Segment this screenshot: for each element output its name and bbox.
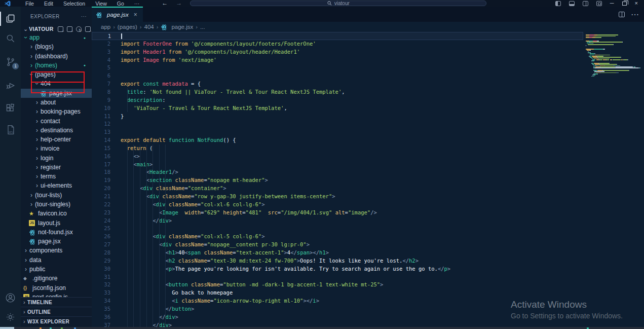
history-forward-icon[interactable]: → <box>172 0 186 7</box>
tree-item--blogs-[interactable]: ›(blogs) <box>21 42 92 51</box>
breadcrumb-item[interactable]: 404 <box>144 24 154 30</box>
menu-item-[interactable]: ··· <box>129 0 145 7</box>
split-editor-icon[interactable] <box>619 12 625 17</box>
explorer-icon[interactable] <box>0 10 21 27</box>
sidebar-sections: ›TIMELINE›OUTLINE›W3X EXPLORER <box>21 297 92 326</box>
tree-item-ui-elements[interactable]: ›ui-elements <box>21 181 92 190</box>
tree-item-jsconfig-json[interactable]: {}jsconfig.json <box>21 283 92 293</box>
tree-item-label: invoice <box>41 145 59 152</box>
tree-item--dashboard-[interactable]: ›(dashboard) <box>21 52 92 61</box>
breadcrumb-item[interactable]: app <box>101 24 110 30</box>
editor-more-actions-icon[interactable]: ⋯ <box>631 10 639 19</box>
diamond-file-icon: ◆ <box>23 275 29 281</box>
breadcrumb-separator: › <box>113 24 115 30</box>
search-view-icon[interactable] <box>0 30 21 47</box>
editor-area: page.jsx × ⋯ app›(pages)›404›page.jsx›..… <box>92 7 644 327</box>
tab-bar: page.jsx × ⋯ <box>92 7 644 22</box>
menu-item-edit[interactable]: Edit <box>39 0 58 7</box>
toggle-panel-icon[interactable] <box>569 1 575 6</box>
tree-item-help-center[interactable]: ›help-center <box>21 135 92 144</box>
tree-item--tour-lists-[interactable]: ›(tour-lists) <box>21 191 92 200</box>
activity-bar: 1 MPU <box>0 7 21 327</box>
tree-item-page-jsx[interactable]: page.jsx <box>21 237 92 246</box>
run-debug-icon[interactable] <box>0 77 21 94</box>
tree-item-invoice[interactable]: ›invoice <box>21 144 92 153</box>
tree-item-about[interactable]: ›about <box>21 98 92 107</box>
indent-guide <box>165 144 166 327</box>
explorer-sidebar: EXPLORER ··· ⌄ VIATOUR ›app●›(blogs)›(da… <box>21 7 92 327</box>
tree-item-contact[interactable]: ›contact <box>21 117 92 126</box>
tree-item--tour-singles-[interactable]: ›(tour-singles) <box>21 200 92 209</box>
tree-item-terms[interactable]: ›terms <box>21 172 92 181</box>
vscode-window: FileEditSelectionViewGo··· ← → viatour ─… <box>0 0 644 329</box>
account-icon[interactable] <box>0 289 21 306</box>
tree-item-404[interactable]: ›404 <box>21 79 92 88</box>
tab-close-icon[interactable]: × <box>134 11 137 18</box>
tree-item-data[interactable]: ›data <box>21 255 92 265</box>
tab-page-jsx[interactable]: page.jsx × <box>92 7 143 22</box>
tree-item-layout-js[interactable]: JSlayout.js <box>21 218 92 228</box>
section-timeline[interactable]: ›TIMELINE <box>21 297 92 307</box>
tree-item-public[interactable]: ›public <box>21 265 92 274</box>
tree-item-booking-pages[interactable]: ›booking-pages <box>21 107 92 116</box>
tree-item-components[interactable]: ›components <box>21 246 92 255</box>
history-back-icon[interactable]: ← <box>158 0 172 7</box>
line-number: 4 <box>92 56 110 64</box>
command-center-search[interactable]: viatour <box>190 1 486 6</box>
extensions-icon[interactable] <box>0 99 21 117</box>
taskbar-icon-fragment <box>61 327 63 329</box>
explorer-more-icon[interactable]: ··· <box>81 14 87 19</box>
menu-item-view[interactable]: View <box>90 0 112 7</box>
tree-item-label: about <box>41 99 56 106</box>
customize-layout-icon[interactable] <box>596 1 602 6</box>
chevron-collapsed-icon: › <box>23 318 25 324</box>
line-number: 11 <box>92 113 110 121</box>
tree-item-label: destinations <box>41 127 73 134</box>
custom-extension-document-icon[interactable]: MPU <box>0 121 21 138</box>
breadcrumb-item[interactable]: (pages) <box>118 24 137 30</box>
tree-item--pages-[interactable]: ›(pages) <box>21 70 92 79</box>
source-control-icon[interactable]: 1 <box>0 53 21 70</box>
minimap[interactable] <box>584 33 643 84</box>
new-folder-icon[interactable] <box>67 26 72 32</box>
tree-item-destinations[interactable]: ›destinations <box>21 126 92 135</box>
tree-item-page-jsx[interactable]: page.jsx <box>21 89 92 98</box>
close-button[interactable]: × <box>635 0 638 7</box>
code-editor[interactable]: 12import FooterOne from '@/components/la… <box>92 32 644 327</box>
taskbar-edge <box>0 327 644 329</box>
line-number: 15 <box>92 144 110 153</box>
tree-item-favicon-ico[interactable]: ★favicon.ico <box>21 209 92 218</box>
tree-item-register[interactable]: ›register <box>21 163 92 172</box>
project-root-row[interactable]: ⌄ VIATOUR <box>21 24 92 34</box>
section-w3x-explorer[interactable]: ›W3X EXPLORER <box>21 316 92 326</box>
minimize-button[interactable]: ─ <box>610 0 614 7</box>
line-number: 37 <box>92 321 110 327</box>
tree-item-login[interactable]: ›login <box>21 154 92 163</box>
braces-file-icon: {} <box>23 285 29 291</box>
menu-item-file[interactable]: File <box>20 0 39 7</box>
breadcrumb-item[interactable]: ... <box>200 24 205 30</box>
breadcrumb-item[interactable]: page.jsx <box>171 24 193 30</box>
tree-item--homes-[interactable]: ›(homes)● <box>21 61 92 70</box>
tab-label: page.jsx <box>107 12 129 18</box>
line-number: 10 <box>92 104 110 113</box>
line-number: 24 <box>92 217 110 225</box>
tree-item--gitignore[interactable]: ◆.gitignore <box>21 274 92 283</box>
line-number: 12 <box>92 120 110 128</box>
indent-guide <box>127 144 128 327</box>
tree-item-app[interactable]: ›app● <box>21 33 92 42</box>
settings-gear-icon[interactable] <box>0 308 21 325</box>
refresh-explorer-icon[interactable] <box>76 26 82 32</box>
new-file-icon[interactable] <box>58 26 63 32</box>
menu-item-go[interactable]: Go <box>112 0 129 7</box>
section-outline[interactable]: ›OUTLINE <box>21 307 92 316</box>
line-number: 30 <box>92 265 110 273</box>
collapse-folders-icon[interactable] <box>85 26 91 32</box>
toggle-sidebar-icon[interactable] <box>555 1 561 6</box>
menu-item-selection[interactable]: Selection <box>58 0 90 7</box>
chevron-collapsed-icon: › <box>34 127 40 134</box>
tree-item-not-found-jsx[interactable]: not-found.jsx <box>21 228 92 237</box>
react-file-icon <box>96 12 102 18</box>
toggle-secondary-sidebar-icon[interactable] <box>583 1 588 6</box>
restore-button[interactable] <box>622 2 627 6</box>
